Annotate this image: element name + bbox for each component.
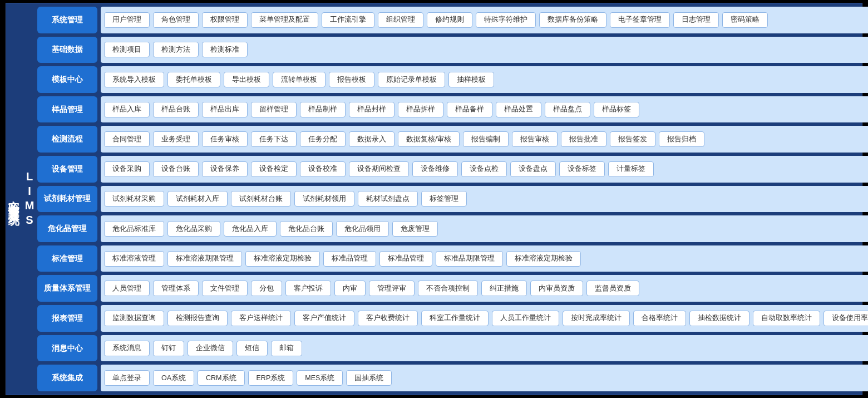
module-item[interactable]: 样品标签 bbox=[594, 102, 639, 117]
module-item[interactable]: 设备维修 bbox=[412, 161, 458, 177]
module-item[interactable]: 标签管理 bbox=[421, 191, 467, 207]
module-item[interactable]: 数据复核/审核 bbox=[398, 131, 460, 147]
module-item[interactable]: 检测方法 bbox=[153, 42, 199, 57]
module-item[interactable]: 标准品期限管理 bbox=[436, 251, 503, 267]
module-item[interactable]: 合格率统计 bbox=[633, 311, 686, 326]
module-item[interactable]: 报告归档 bbox=[659, 131, 704, 147]
module-item[interactable]: 标准溶液期限管理 bbox=[167, 251, 242, 267]
module-item[interactable]: 客户投诉 bbox=[285, 281, 331, 296]
module-item[interactable]: 危化品采购 bbox=[167, 221, 220, 237]
module-category[interactable]: 质量体系管理 bbox=[37, 275, 97, 302]
module-item[interactable]: 报告签发 bbox=[610, 131, 655, 147]
module-category[interactable]: 设备管理 bbox=[37, 156, 97, 183]
module-item[interactable]: 留样管理 bbox=[251, 102, 297, 117]
module-category[interactable]: 模板中心 bbox=[37, 66, 97, 93]
module-item[interactable]: 耗材试剂盘点 bbox=[358, 191, 418, 207]
module-item[interactable]: 样品出库 bbox=[202, 102, 248, 117]
module-item[interactable]: 单点登录 bbox=[104, 370, 150, 386]
module-item[interactable]: 样品制样 bbox=[300, 102, 346, 117]
module-category[interactable]: 消息中心 bbox=[37, 335, 97, 362]
module-item[interactable]: 任务审核 bbox=[202, 131, 248, 147]
module-item[interactable]: OA系统 bbox=[153, 370, 194, 386]
module-item[interactable]: 报告模板 bbox=[329, 72, 374, 87]
module-item[interactable]: 标准溶液管理 bbox=[104, 251, 164, 267]
module-item[interactable]: 设备点检 bbox=[461, 161, 507, 177]
module-category[interactable]: 试剂耗材管理 bbox=[37, 186, 97, 213]
module-item[interactable]: 用户管理 bbox=[104, 12, 150, 28]
module-item[interactable]: 危化品标准库 bbox=[104, 221, 164, 237]
module-item[interactable]: 导出模板 bbox=[224, 72, 269, 87]
module-category[interactable]: 报表管理 bbox=[37, 305, 97, 332]
module-item[interactable]: 文件管理 bbox=[202, 281, 248, 296]
module-item[interactable]: 危化品台账 bbox=[280, 221, 333, 237]
module-item[interactable]: 修约规则 bbox=[427, 12, 472, 28]
module-category[interactable]: 标准管理 bbox=[37, 245, 97, 272]
module-item[interactable]: 设备检定 bbox=[251, 161, 297, 177]
module-item[interactable]: 监测数据查询 bbox=[104, 311, 164, 326]
module-item[interactable]: 标准品管理 bbox=[323, 251, 376, 267]
module-item[interactable]: 设备保养 bbox=[202, 161, 248, 177]
module-item[interactable]: 样品处置 bbox=[496, 102, 541, 117]
module-item[interactable]: 密码策略 bbox=[722, 12, 768, 28]
module-item[interactable]: 任务分配 bbox=[300, 131, 346, 147]
module-item[interactable]: 监督员资质 bbox=[586, 281, 639, 296]
module-item[interactable]: 系统导入模板 bbox=[104, 72, 164, 87]
module-item[interactable]: 试剂耗材入库 bbox=[167, 191, 228, 207]
module-category[interactable]: 系统管理 bbox=[37, 7, 97, 33]
module-item[interactable]: 分包 bbox=[251, 281, 282, 296]
module-item[interactable]: 流转单模板 bbox=[273, 72, 326, 87]
module-item[interactable]: CRM系统 bbox=[198, 370, 244, 386]
module-item[interactable]: 样品盘点 bbox=[545, 102, 590, 117]
module-item[interactable]: 工作流引擎 bbox=[322, 12, 374, 28]
module-item[interactable]: 短信 bbox=[236, 341, 268, 356]
module-item[interactable]: 电子签章管理 bbox=[610, 12, 670, 28]
module-category[interactable]: 样品管理 bbox=[37, 96, 97, 123]
module-item[interactable]: 客户收费统计 bbox=[358, 311, 418, 326]
module-item[interactable]: 不否合项控制 bbox=[418, 281, 478, 296]
module-item[interactable]: 客户产值统计 bbox=[294, 311, 354, 326]
module-item[interactable]: 设备使用率 bbox=[823, 311, 868, 326]
module-item[interactable]: 业务受理 bbox=[153, 131, 199, 147]
module-item[interactable]: 企业微信 bbox=[188, 341, 233, 356]
module-item[interactable]: 人员工作量统计 bbox=[492, 311, 559, 326]
module-item[interactable]: 检测标准 bbox=[202, 42, 248, 57]
module-item[interactable]: 合同管理 bbox=[104, 131, 150, 147]
module-category[interactable]: 系统集成 bbox=[37, 365, 97, 391]
module-item[interactable]: MES系统 bbox=[297, 370, 343, 386]
module-item[interactable]: 科室工作量统计 bbox=[421, 311, 489, 326]
module-item[interactable]: 权限管理 bbox=[202, 12, 248, 28]
module-item[interactable]: 日志管理 bbox=[673, 12, 719, 28]
module-item[interactable]: 抽样模板 bbox=[448, 72, 494, 87]
module-item[interactable]: 危化品入库 bbox=[224, 221, 277, 237]
module-item[interactable]: 自动取数率统计 bbox=[753, 311, 820, 326]
module-item[interactable]: 试剂耗材台账 bbox=[231, 191, 291, 207]
module-item[interactable]: 委托单模板 bbox=[167, 72, 220, 87]
module-item[interactable]: 内审 bbox=[334, 281, 366, 296]
module-item[interactable]: 设备期间检查 bbox=[349, 161, 409, 177]
module-item[interactable]: 计量标签 bbox=[608, 161, 654, 177]
module-item[interactable]: 标准品管理 bbox=[379, 251, 432, 267]
module-item[interactable]: 设备采购 bbox=[104, 161, 150, 177]
module-item[interactable]: 按时完成率统计 bbox=[563, 311, 630, 326]
module-item[interactable]: 标准溶液定期检验 bbox=[506, 251, 581, 267]
module-item[interactable]: 数据录入 bbox=[349, 131, 394, 147]
module-item[interactable]: 邮箱 bbox=[271, 341, 302, 356]
module-item[interactable]: 纠正措施 bbox=[481, 281, 527, 296]
module-item[interactable]: 角色管理 bbox=[153, 12, 199, 28]
module-item[interactable]: 人员管理 bbox=[104, 281, 150, 296]
module-item[interactable]: 国抽系统 bbox=[346, 370, 392, 386]
module-item[interactable]: 标准溶液定期检验 bbox=[245, 251, 320, 267]
module-category[interactable]: 检测流程 bbox=[37, 126, 97, 153]
module-item[interactable]: 抽检数据统计 bbox=[689, 311, 749, 326]
module-item[interactable]: 样品入库 bbox=[104, 102, 150, 117]
module-category[interactable]: 基础数据 bbox=[37, 37, 97, 63]
module-item[interactable]: 原始记录单模板 bbox=[378, 72, 445, 87]
module-item[interactable]: 报告审核 bbox=[512, 131, 558, 147]
module-item[interactable]: 样品封样 bbox=[349, 102, 394, 117]
module-item[interactable]: 样品台账 bbox=[153, 102, 199, 117]
module-item[interactable]: 设备校准 bbox=[300, 161, 346, 177]
module-item[interactable]: 系统消息 bbox=[104, 341, 150, 356]
module-item[interactable]: 报告批准 bbox=[561, 131, 606, 147]
module-item[interactable]: 危化品领用 bbox=[336, 221, 389, 237]
module-item[interactable]: 试剂耗材领用 bbox=[294, 191, 354, 207]
